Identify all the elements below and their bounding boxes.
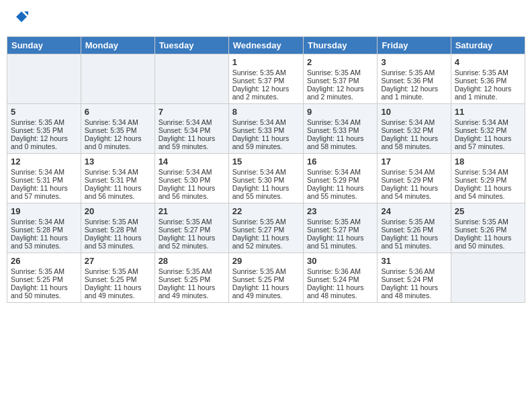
day-number: 26 (11, 256, 77, 266)
sunrise-text: Sunrise: 5:35 AM (232, 68, 300, 77)
sunset-text: Sunset: 5:28 PM (85, 226, 151, 234)
sunset-text: Sunset: 5:24 PM (381, 275, 447, 283)
daylight-text: Daylight: 11 hours and 59 minutes. (232, 134, 300, 150)
day-number: 13 (85, 156, 151, 167)
calendar-week-row: 1Sunrise: 5:35 AMSunset: 5:37 PMDaylight… (7, 54, 525, 104)
sunset-text: Sunset: 5:27 PM (232, 226, 300, 234)
sunrise-text: Sunrise: 5:34 AM (381, 118, 447, 126)
calendar-cell: 29Sunrise: 5:35 AMSunset: 5:25 PMDayligh… (228, 253, 303, 303)
calendar-week-row: 19Sunrise: 5:34 AMSunset: 5:28 PMDayligh… (7, 203, 525, 253)
daylight-text: Daylight: 11 hours and 58 minutes. (307, 134, 373, 150)
day-number: 8 (232, 107, 300, 117)
sunset-text: Sunset: 5:28 PM (11, 226, 77, 234)
sunset-text: Sunset: 5:36 PM (455, 77, 521, 85)
sunrise-text: Sunrise: 5:34 AM (85, 118, 151, 126)
sunrise-text: Sunrise: 5:35 AM (11, 267, 77, 275)
daylight-text: Daylight: 11 hours and 49 minutes. (232, 283, 300, 300)
logo-icon (15, 10, 28, 24)
day-number: 7 (159, 107, 225, 117)
daylight-text: Daylight: 11 hours and 48 minutes. (381, 283, 447, 300)
sunset-text: Sunset: 5:25 PM (11, 275, 77, 283)
daylight-text: Daylight: 12 hours and 1 minute. (381, 85, 447, 101)
daylight-text: Daylight: 11 hours and 59 minutes. (159, 134, 225, 150)
sunrise-text: Sunrise: 5:34 AM (11, 168, 77, 176)
calendar-cell (451, 253, 525, 303)
calendar-cell (7, 54, 81, 104)
daylight-text: Daylight: 11 hours and 49 minutes. (159, 283, 225, 300)
calendar-cell: 8Sunrise: 5:34 AMSunset: 5:33 PMDaylight… (228, 104, 303, 154)
day-number: 10 (381, 107, 447, 117)
svg-marker-0 (16, 11, 27, 22)
sunset-text: Sunset: 5:29 PM (455, 176, 521, 184)
sunrise-text: Sunrise: 5:34 AM (159, 118, 225, 126)
sunset-text: Sunset: 5:33 PM (232, 126, 300, 134)
sunset-text: Sunset: 5:29 PM (307, 176, 373, 184)
sunset-text: Sunset: 5:26 PM (381, 226, 447, 234)
sunrise-text: Sunrise: 5:34 AM (455, 118, 521, 126)
sunset-text: Sunset: 5:32 PM (381, 126, 447, 134)
sunset-text: Sunset: 5:29 PM (381, 176, 447, 184)
daylight-text: Daylight: 11 hours and 56 minutes. (85, 184, 151, 200)
calendar-cell: 9Sunrise: 5:34 AMSunset: 5:33 PMDaylight… (303, 104, 377, 154)
sunrise-text: Sunrise: 5:35 AM (159, 267, 225, 275)
day-number: 3 (381, 57, 447, 67)
day-number: 11 (455, 107, 521, 117)
sunset-text: Sunset: 5:36 PM (381, 77, 447, 85)
sunrise-text: Sunrise: 5:35 AM (307, 218, 373, 226)
calendar-cell: 25Sunrise: 5:35 AMSunset: 5:26 PMDayligh… (451, 203, 525, 253)
sunrise-text: Sunrise: 5:34 AM (307, 168, 373, 176)
sunrise-text: Sunrise: 5:36 AM (381, 267, 447, 275)
calendar-cell: 26Sunrise: 5:35 AMSunset: 5:25 PMDayligh… (7, 253, 81, 303)
calendar-cell: 2Sunrise: 5:35 AMSunset: 5:37 PMDaylight… (303, 54, 377, 104)
calendar-cell: 1Sunrise: 5:35 AMSunset: 5:37 PMDaylight… (228, 54, 303, 104)
day-number: 27 (85, 256, 151, 266)
daylight-text: Daylight: 11 hours and 52 minutes. (159, 234, 225, 250)
calendar-cell: 16Sunrise: 5:34 AMSunset: 5:29 PMDayligh… (303, 154, 377, 203)
calendar-cell: 30Sunrise: 5:36 AMSunset: 5:24 PMDayligh… (303, 253, 377, 303)
calendar-cell: 20Sunrise: 5:35 AMSunset: 5:28 PMDayligh… (81, 203, 154, 253)
sunrise-text: Sunrise: 5:34 AM (232, 168, 300, 176)
day-number: 12 (11, 156, 77, 167)
calendar-cell: 27Sunrise: 5:35 AMSunset: 5:25 PMDayligh… (81, 253, 154, 303)
daylight-text: Daylight: 11 hours and 55 minutes. (307, 184, 373, 200)
weekday-header: Saturday (451, 37, 525, 54)
day-number: 19 (11, 206, 77, 216)
day-number: 14 (159, 156, 225, 167)
day-number: 29 (232, 256, 300, 266)
daylight-text: Daylight: 11 hours and 52 minutes. (232, 234, 300, 250)
calendar-cell: 19Sunrise: 5:34 AMSunset: 5:28 PMDayligh… (7, 203, 81, 253)
sunset-text: Sunset: 5:37 PM (232, 77, 300, 85)
daylight-text: Daylight: 11 hours and 53 minutes. (85, 234, 151, 250)
daylight-text: Daylight: 12 hours and 0 minutes. (85, 134, 151, 150)
day-number: 16 (307, 156, 373, 167)
day-number: 6 (85, 107, 151, 117)
calendar-cell (154, 54, 228, 104)
daylight-text: Daylight: 11 hours and 57 minutes. (11, 184, 77, 200)
daylight-text: Daylight: 11 hours and 58 minutes. (381, 134, 447, 150)
sunrise-text: Sunrise: 5:35 AM (11, 118, 77, 126)
calendar-cell: 11Sunrise: 5:34 AMSunset: 5:32 PMDayligh… (451, 104, 525, 154)
page-header (7, 7, 525, 30)
daylight-text: Daylight: 11 hours and 56 minutes. (159, 184, 225, 200)
day-number: 31 (381, 256, 447, 266)
sunset-text: Sunset: 5:31 PM (85, 176, 151, 184)
sunset-text: Sunset: 5:33 PM (307, 126, 373, 134)
sunrise-text: Sunrise: 5:34 AM (159, 168, 225, 176)
calendar-cell: 31Sunrise: 5:36 AMSunset: 5:24 PMDayligh… (378, 253, 451, 303)
daylight-text: Daylight: 11 hours and 53 minutes. (11, 234, 77, 250)
calendar-cell: 3Sunrise: 5:35 AMSunset: 5:36 PMDaylight… (378, 54, 451, 104)
weekday-header: Sunday (7, 37, 81, 54)
day-number: 28 (159, 256, 225, 266)
sunset-text: Sunset: 5:25 PM (232, 275, 300, 283)
daylight-text: Daylight: 12 hours and 2 minutes. (307, 85, 373, 101)
sunset-text: Sunset: 5:26 PM (455, 226, 521, 234)
day-number: 17 (381, 156, 447, 167)
calendar-cell (81, 54, 154, 104)
sunrise-text: Sunrise: 5:35 AM (381, 68, 447, 77)
sunrise-text: Sunrise: 5:34 AM (455, 168, 521, 176)
sunrise-text: Sunrise: 5:35 AM (85, 267, 151, 275)
sunrise-text: Sunrise: 5:34 AM (307, 118, 373, 126)
daylight-text: Daylight: 11 hours and 57 minutes. (455, 134, 521, 150)
sunrise-text: Sunrise: 5:35 AM (381, 218, 447, 226)
sunset-text: Sunset: 5:37 PM (307, 77, 373, 85)
